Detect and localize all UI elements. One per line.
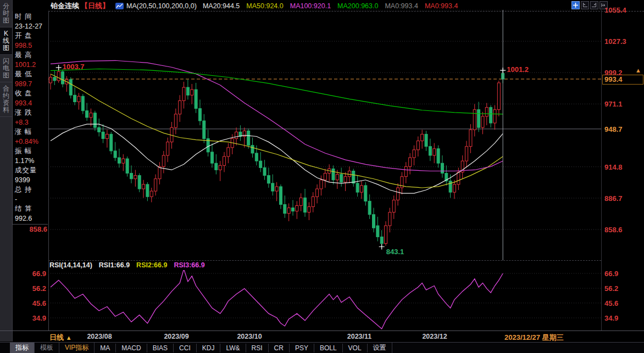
toolbar-item-VOL[interactable]: VOL bbox=[343, 344, 368, 352]
price-axis-label: 858.6 bbox=[604, 226, 640, 234]
rsi-value-label: RSI2:66.9 bbox=[136, 261, 167, 269]
ma-value-label: MA20:944.5 bbox=[203, 2, 240, 10]
quote-panel: 时 间23-12-27开 盘998.5最 高1001.2最 低989.7收 盘9… bbox=[12, 11, 48, 225]
instrument-title: 铂金连续 bbox=[51, 1, 79, 11]
rsi-header: RSI(14,14,14) RSI1:66.9RSI2:66.9RSI3:66.… bbox=[49, 261, 205, 269]
ma-values: MA20:944.5MA50:924.0MA100:920.1MA200:963… bbox=[203, 2, 458, 10]
rsi-params: RSI(14,14,14) bbox=[49, 261, 92, 269]
left-axis-min-label: 858.6 bbox=[21, 225, 47, 233]
price-axis-label: 971.1 bbox=[604, 100, 640, 108]
ma-settings: MA(20,50,100,200,0,0) bbox=[126, 2, 197, 10]
price-annotation: 1001.2 bbox=[507, 65, 529, 74]
quote-value: 9399 bbox=[13, 176, 48, 186]
ma-value-label: MA0:993.4 bbox=[425, 2, 458, 10]
panel-separator bbox=[48, 260, 601, 261]
toolbar-item-KDJ[interactable]: KDJ bbox=[197, 344, 221, 352]
rsi-axis-label: 45.6 bbox=[24, 299, 46, 307]
quote-label: 开 盘 bbox=[13, 31, 48, 41]
price-axis-label: 914.8 bbox=[604, 163, 640, 171]
price-axis-label: 1027.3 bbox=[604, 37, 640, 46]
toolbar-item-BOLL[interactable]: BOLL bbox=[314, 344, 343, 352]
rsi-axis-label: 45.6 bbox=[604, 299, 618, 307]
price-annotation: 1003.7 bbox=[63, 63, 85, 71]
toolbar-item-RSI[interactable]: RSI bbox=[246, 344, 269, 352]
toolbar-item-VIP指标[interactable]: VIP指标 bbox=[59, 343, 95, 353]
rsi-axis-label: 56.2 bbox=[24, 284, 46, 293]
quote-label: 成交量 bbox=[13, 166, 48, 176]
toolbar-item-MACD[interactable]: MACD bbox=[116, 344, 147, 352]
ma-value-label: MA0:993.4 bbox=[385, 2, 418, 10]
quote-value: +0.84% bbox=[13, 137, 48, 147]
toolbar-item-MA[interactable]: MA bbox=[95, 344, 116, 352]
main-candlestick-chart[interactable]: 1003.71001.2843.1 bbox=[48, 10, 601, 260]
toolbar-item-PSY[interactable]: PSY bbox=[290, 344, 314, 352]
rsi-value-label: RSI1:66.9 bbox=[99, 261, 130, 269]
quote-value: - bbox=[13, 195, 48, 205]
quote-value: 1.17% bbox=[13, 156, 48, 166]
quote-value: 998.5 bbox=[13, 41, 48, 51]
period-text: 日线 bbox=[49, 333, 64, 341]
ma-value-label: MA100:920.1 bbox=[290, 2, 331, 10]
crosshair-tool-icon[interactable] bbox=[571, 1, 580, 9]
month-label: 2023/09 bbox=[157, 333, 196, 340]
period-up-triangle-icon: ▲ bbox=[66, 334, 72, 341]
month-label: 2023/08 bbox=[80, 333, 119, 340]
quote-label: 涨 跌 bbox=[13, 108, 48, 118]
ma-value-label: MA50:924.0 bbox=[246, 2, 283, 10]
quote-label: 最 低 bbox=[13, 70, 48, 80]
toolbar-item-BIAS[interactable]: BIAS bbox=[147, 344, 174, 352]
rsi-axis-label: 66.9 bbox=[604, 270, 618, 278]
quote-value: +8.3 bbox=[13, 118, 48, 128]
quote-label: 总 持 bbox=[13, 185, 48, 195]
quote-value: 993.4 bbox=[13, 99, 48, 109]
price-axis-label: 948.7 bbox=[604, 125, 640, 133]
axis-scale-left-icon[interactable] bbox=[581, 1, 589, 9]
quote-value: 23-12-27 bbox=[13, 22, 48, 32]
chart-header: 铂金连续 【日线】 MA(20,50,100,200,0,0) MA20:944… bbox=[51, 1, 458, 10]
rsi-axis-label: 56.2 bbox=[604, 284, 618, 293]
quote-label: 涨 幅 bbox=[13, 127, 48, 137]
quote-label: 振 幅 bbox=[13, 147, 48, 156]
quote-label: 结 算 bbox=[13, 204, 48, 214]
left-tab-分时图[interactable]: 分时图 bbox=[0, 0, 12, 27]
ma-value-label: MA200:963.0 bbox=[337, 2, 378, 10]
price-axis-label: 999.2 bbox=[604, 69, 640, 77]
toolbar-item-CCI[interactable]: CCI bbox=[174, 344, 197, 352]
indicator-toolbar: 指标模板VIP指标MAMACDBIASCCIKDJLW&RSICRPSYBOLL… bbox=[0, 342, 644, 353]
axis-separator bbox=[0, 330, 644, 331]
left-tab-闪电图[interactable]: 闪电图 bbox=[0, 55, 12, 82]
month-label: 2023/12 bbox=[415, 333, 454, 340]
quote-value: 992.6 bbox=[13, 214, 48, 224]
period-tag: 【日线】 bbox=[81, 1, 109, 11]
price-annotation: 843.1 bbox=[386, 248, 404, 256]
quote-label: 时 间 bbox=[13, 12, 48, 22]
rsi-axis-label: 66.9 bbox=[24, 270, 46, 278]
indicator-chart-icon bbox=[115, 3, 124, 9]
toolbar-item-LW&[interactable]: LW& bbox=[220, 344, 246, 352]
quote-label: 最 高 bbox=[13, 51, 48, 60]
toolbar-item-指标[interactable]: 指标 bbox=[10, 343, 35, 353]
quote-value: 989.7 bbox=[13, 80, 48, 89]
toolbar-item-设置[interactable]: 设置 bbox=[368, 343, 392, 353]
chart-tools bbox=[571, 1, 608, 9]
month-label: 2023/11 bbox=[340, 333, 379, 340]
period-selector[interactable]: 日线 ▲ bbox=[49, 333, 72, 343]
left-tab-合约资料[interactable]: 合约资料 bbox=[0, 82, 12, 117]
quote-value: 1001.2 bbox=[13, 60, 48, 70]
current-date-label: 2023/12/27 星期三 bbox=[504, 333, 564, 343]
toolbar-item-CR[interactable]: CR bbox=[269, 344, 290, 352]
price-axis-label: 886.7 bbox=[604, 194, 640, 203]
rsi-axis-label: 34.9 bbox=[24, 314, 46, 322]
rsi-axis-label: 34.9 bbox=[604, 314, 618, 322]
axis-scale-right-icon[interactable] bbox=[590, 1, 598, 9]
rsi-chart[interactable] bbox=[48, 270, 601, 330]
plot-right-border bbox=[601, 10, 602, 330]
quote-label: 收 盘 bbox=[13, 89, 48, 99]
rsi-value-label: RSI3:66.9 bbox=[174, 261, 204, 269]
month-label: 2023/10 bbox=[230, 333, 269, 340]
rsi-values: RSI1:66.9RSI2:66.9RSI3:66.9 bbox=[99, 261, 205, 269]
left-tab-strip: 分时图K线图闪电图合约资料 bbox=[0, 0, 13, 341]
toolbar-item-模板[interactable]: 模板 bbox=[35, 343, 59, 353]
left-tab-K线图[interactable]: K线图 bbox=[0, 27, 12, 55]
price-axis-label: 1055.4 bbox=[604, 6, 640, 14]
